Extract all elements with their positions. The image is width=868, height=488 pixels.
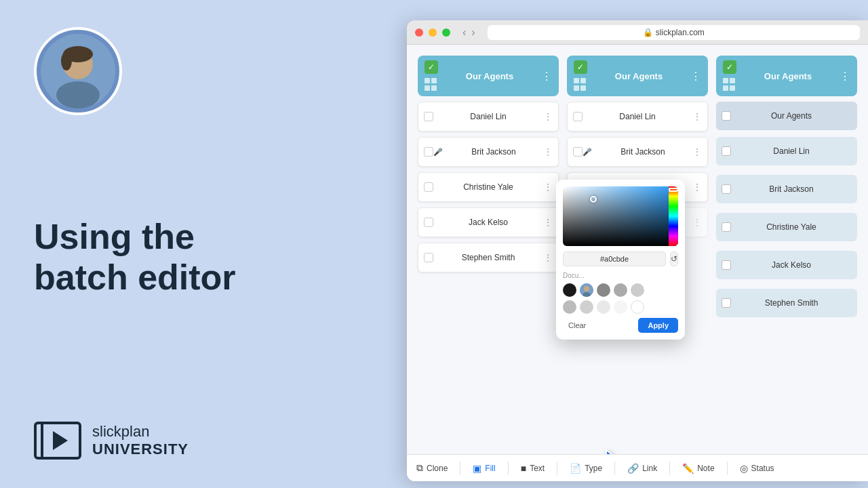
checkbox-daniel-1[interactable]	[424, 112, 433, 121]
card-name-brit-1: Brit Jackson	[444, 147, 543, 157]
card-col1-jack[interactable]: Jack Kelso ⋮	[418, 207, 559, 237]
heading-line2: batch editor	[34, 258, 236, 297]
toolbar-type[interactable]: 📄 Type	[570, 463, 602, 474]
swatch-gray1[interactable]	[597, 283, 610, 297]
clone-label: Clone	[427, 464, 448, 473]
checkbox-jack-1[interactable]	[424, 218, 433, 227]
gradient-cursor	[590, 196, 597, 203]
swatch-black[interactable]	[563, 283, 576, 297]
swatch-gray5[interactable]	[580, 300, 593, 314]
mic-icon-2: 🎤	[583, 148, 592, 157]
checkbox-daniel-2[interactable]	[573, 112, 583, 121]
r-check-stephen[interactable]	[722, 298, 731, 308]
back-arrow[interactable]: ‹	[462, 26, 466, 39]
col1-more[interactable]: ⋮	[541, 70, 552, 83]
sep-3	[557, 462, 557, 475]
note-label: Note	[697, 464, 714, 473]
col3-title: Our Agents	[736, 71, 840, 81]
checkbox-stephen-1[interactable]	[424, 253, 433, 262]
r-name-stephen: Stephen Smith	[731, 298, 852, 308]
right-card-christine[interactable]: Christine Yale	[716, 213, 857, 241]
nav-arrows[interactable]: ‹ ›	[462, 26, 475, 39]
toolbar-clone[interactable]: ⧉ Clone	[416, 462, 448, 474]
card-more-brit-1[interactable]: ⋮	[543, 146, 553, 157]
gradient-canvas[interactable]	[563, 186, 678, 246]
toolbar-note[interactable]: ✏️ Note	[682, 463, 714, 474]
traffic-light-green[interactable]	[442, 28, 450, 37]
swatch-gray4[interactable]	[563, 300, 576, 314]
color-picker-actions: Clear Apply	[563, 318, 678, 333]
left-panel: Using the batch editor slickplan UNIVERS…	[0, 0, 420, 488]
swatch-avatar[interactable]	[580, 283, 593, 297]
doc-label: Docu...	[563, 272, 678, 279]
card-col1-brit[interactable]: 🎤 Brit Jackson ⋮	[418, 137, 559, 167]
card-col2-daniel[interactable]: Daniel Lin ⋮	[567, 102, 708, 131]
logo-text: slickplan UNIVERSITY	[92, 423, 189, 458]
hue-slider[interactable]	[669, 186, 678, 246]
card-more-daniel-1[interactable]: ⋮	[543, 111, 553, 122]
swatch-gray3[interactable]	[631, 283, 644, 297]
card-more-christine-1[interactable]: ⋮	[543, 182, 553, 192]
lock-icon: 🔒	[643, 28, 653, 37]
color-gradient[interactable]	[563, 186, 678, 246]
forward-arrow[interactable]: ›	[471, 26, 475, 39]
card-col1-christine[interactable]: Christine Yale ⋮	[418, 172, 559, 202]
r-check-jack[interactable]	[722, 260, 731, 270]
card-more-stephen-1[interactable]: ⋮	[543, 252, 553, 263]
svg-point-4	[61, 52, 72, 70]
swatches-row-2	[563, 300, 678, 314]
r-name-agents: Our Agents	[731, 111, 852, 121]
card-more-christine-2[interactable]: ⋮	[692, 182, 702, 192]
column-2: ✓ Our Agents ⋮ Daniel Lin ⋮ 🎤 Brit Jacks…	[567, 56, 708, 443]
swatch-gray2[interactable]	[614, 283, 627, 297]
traffic-light-red[interactable]	[415, 28, 423, 37]
sep-5	[669, 462, 670, 475]
right-card-brit[interactable]: Brit Jackson	[716, 175, 857, 203]
status-icon: ◎	[740, 463, 748, 474]
card-col1-daniel[interactable]: Daniel Lin ⋮	[418, 102, 559, 131]
refresh-button[interactable]: ↺	[670, 251, 678, 266]
bottom-toolbar: ⧉ Clone ▣ Fill ■ Text 📄 Type 🔗 Link ✏️ N…	[407, 454, 868, 481]
card-name-christine-1: Christine Yale	[433, 182, 543, 192]
swatch-gray6[interactable]	[597, 300, 610, 314]
swatch-gray7[interactable]	[614, 300, 627, 314]
card-more-daniel-2[interactable]: ⋮	[692, 111, 702, 122]
right-card-jack[interactable]: Jack Kelso	[716, 251, 857, 279]
card-more-brit-2[interactable]: ⋮	[692, 146, 702, 157]
toolbar-fill[interactable]: ▣ Fill	[473, 463, 495, 474]
address-bar[interactable]: 🔒 slickplan.com	[488, 25, 860, 40]
grid-icon-2	[574, 78, 587, 92]
card-name-daniel-1: Daniel Lin	[433, 112, 543, 121]
r-check-agents[interactable]	[722, 111, 731, 121]
clear-button[interactable]: Clear	[563, 319, 591, 332]
right-card-stephen[interactable]: Stephen Smith	[716, 289, 857, 317]
checkbox-brit-1[interactable]	[424, 147, 433, 157]
col2-more[interactable]: ⋮	[690, 70, 701, 83]
col3-more[interactable]: ⋮	[840, 70, 850, 83]
card-col2-brit[interactable]: 🎤 Brit Jackson ⋮	[567, 137, 708, 167]
checkbox-christine-1[interactable]	[424, 182, 433, 192]
r-check-daniel[interactable]	[722, 146, 731, 156]
card-col1-stephen[interactable]: Stephen Smith ⋮	[418, 243, 559, 272]
card-more-jack-1[interactable]: ⋮	[543, 217, 553, 228]
type-label: Type	[585, 464, 602, 473]
logo-area: slickplan UNIVERSITY	[34, 420, 387, 461]
right-card-agents[interactable]: Our Agents	[716, 102, 857, 130]
hex-input[interactable]	[563, 251, 666, 266]
swatch-white[interactable]	[631, 300, 644, 314]
toolbar-text[interactable]: ■ Text	[521, 463, 545, 474]
logo-book-icon	[34, 420, 81, 461]
card-more-jack-2[interactable]: ⋮	[692, 217, 702, 228]
toolbar-status[interactable]: ◎ Status	[740, 463, 774, 474]
checkbox-brit-2[interactable]	[573, 147, 583, 157]
right-card-daniel[interactable]: Daniel Lin	[716, 137, 857, 165]
traffic-light-yellow[interactable]	[429, 28, 437, 37]
toolbar-link[interactable]: 🔗 Link	[627, 463, 657, 474]
check-icon-3: ✓	[723, 60, 736, 74]
r-check-christine[interactable]	[722, 222, 731, 232]
apply-button[interactable]: Apply	[638, 318, 678, 333]
r-check-brit[interactable]	[722, 184, 731, 194]
heading-line1: Using the	[34, 217, 195, 256]
text-format-icon: ■	[521, 463, 526, 474]
browser-content: ✓ Our Agents ⋮ Daniel Lin ⋮ 🎤 Brit Jacks…	[407, 45, 868, 454]
